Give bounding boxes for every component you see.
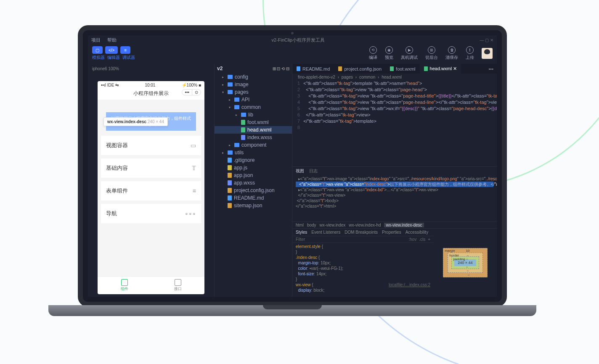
toolbar-上传[interactable]: ↥上传 [466,46,474,61]
tree-item[interactable]: foot.wxml [215,119,292,126]
dom-breadcrumbs[interactable]: htmlbodywx-view.indexwx-view.index-hdwx-… [292,222,497,229]
editor-tabs: README.mdproject.config.jsonfoot.wxmlhea… [292,64,497,74]
tab-组件[interactable]: 组件 [98,277,151,294]
tree-item[interactable]: ▾common [215,103,292,111]
editor-tab[interactable]: head.wxml ✕ [420,64,461,74]
tree-item[interactable]: app.json [215,171,292,179]
mode-simulator-label: 模拟器 [92,55,105,61]
dom-tree[interactable]: ▸<"a">class="t">wx-image "a">class="inde… [292,175,497,222]
explorer-actions[interactable]: ⊞ ⊡ ⟲ ⊟ [273,66,289,71]
tab-接口[interactable]: 接口 [151,277,204,294]
styles-tab[interactable]: Accessibility [406,230,428,235]
styles-tab[interactable]: DOM Breakpoints [345,230,378,235]
project-root[interactable]: v2 [217,66,223,71]
tree-item[interactable]: ▸image [215,81,292,88]
tree-item[interactable]: index.wxss [215,134,292,141]
camera-dot [291,32,294,34]
toolbar-预览[interactable]: ◉预览 [385,46,393,61]
tree-item[interactable]: ▸config [215,73,292,81]
device-info: iphone6 100% [92,66,210,71]
toolbar-清缓存[interactable]: 🗑清缓存 [445,46,458,61]
mode-simulator[interactable]: ▢ [92,46,103,54]
editor-tab[interactable]: project.config.json [334,64,386,74]
simulator-panel: iphone6 100% ••ıl IDE ⇆ 10:01 ⚡100% ■ 小程… [88,64,214,297]
menubar: 项目 帮助 v2-FinClip小程序开发工具 — ▢ ✕ [88,35,497,45]
capsule-button[interactable]: •••⊙ [182,89,201,95]
css-rules[interactable]: element.style {}.index-desc {</span> mar… [292,243,434,297]
dom-crumb[interactable]: html [296,223,304,227]
styles-filter[interactable]: Filter :hov .cls + [292,236,434,243]
tree-item[interactable]: app.js [215,164,292,171]
editor-panel: README.mdproject.config.jsonfoot.wxmlhea… [292,64,497,297]
code-area[interactable]: 12345678 <"tk-attr">class="tk-tag">templ… [292,81,497,166]
card-item[interactable]: 视图容器▭ [101,136,201,155]
window-controls[interactable]: — ▢ ✕ [480,38,493,42]
mode-editor-label: 编辑器 [107,55,120,61]
tree-item[interactable]: app.wxss [215,179,292,187]
styles-tab[interactable]: Event Listeners [311,230,340,235]
card-item[interactable]: 基础内容𝕋 [101,158,201,178]
dom-crumb[interactable]: wx-view.index-desc [384,223,424,227]
avatar[interactable] [482,48,493,59]
devtools: 视图 日志 ▸<"a">class="t">wx-image "a">class… [292,166,497,297]
tree-item[interactable]: .gitignore [215,156,292,164]
mode-debugger[interactable]: ≡ [120,46,130,54]
tabs-more[interactable]: ••• [485,66,497,71]
menu-help[interactable]: 帮助 [107,37,117,43]
devtools-tabs[interactable]: 视图 日志 [292,167,497,175]
tree-item[interactable]: README.md [215,194,292,202]
editor-tab[interactable]: README.md [292,64,334,74]
editor-tab[interactable]: foot.wxml [386,64,419,74]
breadcrumbs[interactable]: fino-applet-demo-v2 › pages › common › h… [292,74,497,81]
card-item[interactable]: 表单组件≡ [101,181,201,200]
card-item[interactable]: 导航∘∘∘ [101,204,201,223]
tree-item[interactable]: ▸lib [215,111,292,119]
ide-app: 项目 帮助 v2-FinClip小程序开发工具 — ▢ ✕ ▢ </> ≡ 模拟… [88,35,497,297]
styles-tab[interactable]: Styles [296,230,307,235]
toolbar-切后台[interactable]: ⊞切后台 [425,46,438,61]
styles-tabs[interactable]: StylesEvent ListenersDOM BreakpointsProp… [292,229,434,236]
toolbar-真机调试[interactable]: ▶真机调试 [401,46,418,61]
menu-project[interactable]: 项目 [91,37,101,43]
phone-tabbar: 组件接口 [98,276,204,294]
dom-crumb[interactable]: wx-view.index [320,223,346,227]
inspect-tooltip: wx-view.index-desc 240 × 44 [103,117,168,126]
tree-item[interactable]: sitemap.json [215,202,292,209]
tree-item[interactable]: ▸component [215,141,292,149]
phone-nav-title: 小程序组件展示 •••⊙ [98,89,204,100]
tree-item[interactable]: ▾pages [215,88,292,96]
tree-item[interactable]: ▸utils [215,149,292,156]
phone-statusbar: ••ıl IDE ⇆ 10:01 ⚡100% ■ [98,81,204,89]
toolbar-编译[interactable]: ⟲编译 [369,46,377,61]
phone-preview: ••ıl IDE ⇆ 10:01 ⚡100% ■ 小程序组件展示 •••⊙ wx… [98,81,204,294]
mode-debugger-label: 调试器 [122,55,135,61]
dom-crumb[interactable]: body [307,223,316,227]
mode-editor[interactable]: </> [105,46,118,54]
laptop-frame: 项目 帮助 v2-FinClip小程序开发工具 — ▢ ✕ ▢ </> ≡ 模拟… [65,25,519,328]
file-explorer: v2 ⊞ ⊡ ⟲ ⊟ ▸config▸image▾pages▸API▾commo… [214,64,292,297]
laptop-base [48,305,536,316]
tree-item[interactable]: project.config.json [215,187,292,194]
tree-item[interactable]: head.wxml [215,126,292,134]
styles-tab[interactable]: Properties [382,230,401,235]
toolbar: ▢ </> ≡ 模拟器 编辑器 调试器 ⟲编译◉预览▶真机调试⊞切后台🗑清缓存↥… [88,45,497,64]
tree-item[interactable]: ▸API [215,96,292,103]
dom-crumb[interactable]: wx-view.index-hd [349,223,381,227]
window-title: v2-FinClip小程序开发工具 [123,37,473,43]
box-model: margin 10 border – padding – 240 × 4 [434,229,497,297]
